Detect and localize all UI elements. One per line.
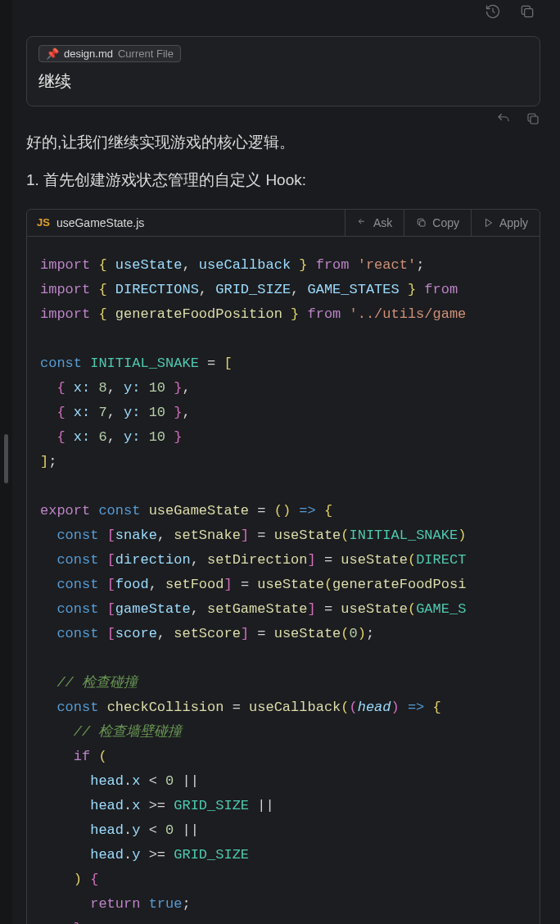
- copy-icon[interactable]: [519, 3, 535, 23]
- chip-filename: design.md: [64, 48, 113, 60]
- chip-suffix: Current File: [118, 48, 174, 60]
- history-icon[interactable]: [485, 3, 501, 23]
- pin-icon: 📌: [46, 48, 59, 60]
- scrollbar-thumb[interactable]: [4, 434, 8, 483]
- svg-rect-1: [531, 116, 538, 124]
- svg-rect-0: [525, 9, 533, 17]
- code-header: JS useGameState.js Ask Copy Apply: [27, 210, 540, 237]
- code-copy-button[interactable]: Copy: [404, 210, 471, 236]
- svg-marker-3: [485, 219, 491, 226]
- code-content[interactable]: import { useState, useCallback } from 'r…: [27, 237, 540, 925]
- user-input-card: 📌 design.md Current File 继续: [26, 36, 540, 106]
- user-typed-text[interactable]: 继续: [38, 70, 528, 93]
- code-filename-text: useGameState.js: [56, 216, 144, 229]
- js-badge-icon: JS: [37, 216, 50, 229]
- svg-rect-2: [420, 220, 425, 225]
- assistant-step-1: 1. 首先创建游戏状态管理的自定义 Hook:: [26, 170, 485, 191]
- context-file-chip[interactable]: 📌 design.md Current File: [38, 45, 181, 62]
- undo-icon[interactable]: [496, 111, 511, 129]
- code-apply-button[interactable]: Apply: [471, 210, 540, 236]
- copy-response-icon[interactable]: [526, 111, 540, 129]
- assistant-intro: 好的,让我们继续实现游戏的核心逻辑。: [26, 131, 485, 155]
- code-block: JS useGameState.js Ask Copy Apply import…: [26, 209, 540, 925]
- code-ask-button[interactable]: Ask: [345, 210, 404, 236]
- scrollbar-track[interactable]: [0, 0, 12, 924]
- code-filename: JS useGameState.js: [27, 210, 345, 236]
